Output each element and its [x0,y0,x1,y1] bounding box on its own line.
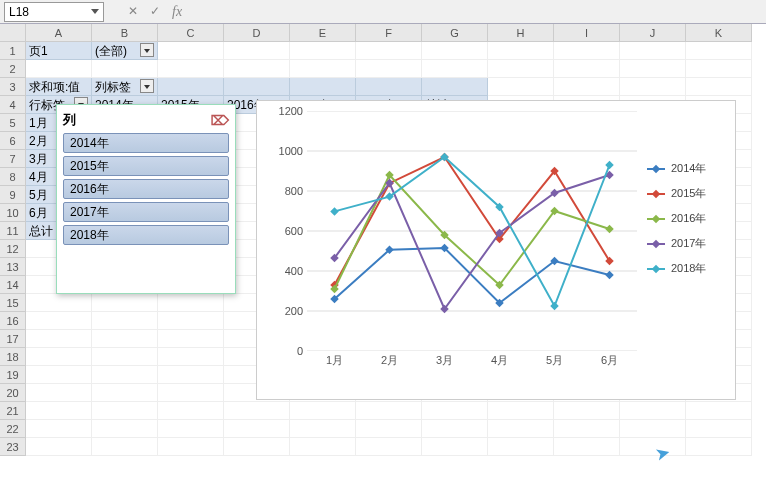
name-box[interactable]: L18 [4,2,104,22]
pivot-chart[interactable]: 020040060080010001200 1月2月3月4月5月6月 2014年… [256,100,736,400]
row-header[interactable]: 7 [0,150,26,168]
cell[interactable] [158,312,224,330]
cell[interactable] [158,348,224,366]
cell[interactable] [488,438,554,456]
cell[interactable] [92,438,158,456]
cell[interactable] [224,420,290,438]
cell[interactable] [686,42,752,60]
row-header[interactable]: 2 [0,60,26,78]
cell[interactable] [26,60,92,78]
row-header[interactable]: 21 [0,402,26,420]
cell[interactable]: (全部) [92,42,158,60]
clear-filter-icon[interactable]: ⌫ [211,113,229,128]
row-header[interactable]: 12 [0,240,26,258]
cell[interactable] [26,312,92,330]
cell[interactable] [554,60,620,78]
cell[interactable] [422,42,488,60]
row-header[interactable]: 5 [0,114,26,132]
cell[interactable] [356,420,422,438]
cell[interactable] [422,420,488,438]
cell[interactable] [356,42,422,60]
column-header[interactable]: D [224,24,290,42]
cell[interactable] [620,402,686,420]
cell[interactable] [224,402,290,420]
cell[interactable] [92,366,158,384]
cell[interactable] [290,402,356,420]
column-header[interactable]: G [422,24,488,42]
column-header[interactable]: J [620,24,686,42]
cell[interactable] [356,438,422,456]
row-header[interactable]: 3 [0,78,26,96]
row-header[interactable]: 10 [0,204,26,222]
cell[interactable] [686,420,752,438]
cell[interactable] [356,402,422,420]
cell[interactable] [158,438,224,456]
cell[interactable] [554,438,620,456]
row-header[interactable]: 17 [0,330,26,348]
cell[interactable] [554,78,620,96]
row-header[interactable]: 15 [0,294,26,312]
row-header[interactable]: 23 [0,438,26,456]
cell[interactable] [620,78,686,96]
row-header[interactable]: 20 [0,384,26,402]
cancel-icon[interactable]: ✕ [128,4,138,20]
row-header[interactable]: 22 [0,420,26,438]
cell[interactable] [92,294,158,312]
cell[interactable] [356,60,422,78]
column-header[interactable]: E [290,24,356,42]
row-header[interactable]: 11 [0,222,26,240]
cell[interactable] [92,312,158,330]
cell[interactable] [158,294,224,312]
slicer-item[interactable]: 2014年 [63,133,229,153]
cell[interactable] [158,78,224,96]
cell[interactable] [554,420,620,438]
select-all-corner[interactable] [0,24,26,42]
column-header[interactable]: H [488,24,554,42]
cell[interactable] [224,60,290,78]
cell[interactable] [422,438,488,456]
cell[interactable] [488,402,554,420]
row-header[interactable]: 13 [0,258,26,276]
column-header[interactable]: C [158,24,224,42]
cell[interactable] [686,438,752,456]
row-header[interactable]: 16 [0,312,26,330]
cell[interactable] [26,366,92,384]
cell[interactable] [158,330,224,348]
cell[interactable]: 求和项:值 [26,78,92,96]
row-header[interactable]: 18 [0,348,26,366]
cell[interactable] [554,402,620,420]
cell[interactable] [488,78,554,96]
row-header[interactable]: 4 [0,96,26,114]
cell[interactable] [488,42,554,60]
slicer-item[interactable]: 2016年 [63,179,229,199]
cell[interactable] [290,42,356,60]
cell[interactable] [224,42,290,60]
cell[interactable]: 列标签 [92,78,158,96]
row-header[interactable]: 14 [0,276,26,294]
cell[interactable] [488,60,554,78]
cell[interactable] [92,420,158,438]
cell[interactable] [686,60,752,78]
cell[interactable] [92,402,158,420]
cell[interactable] [158,384,224,402]
cell[interactable] [620,42,686,60]
cell[interactable] [290,420,356,438]
cell[interactable] [224,78,290,96]
cell[interactable] [26,294,92,312]
cell[interactable] [26,438,92,456]
column-header[interactable]: K [686,24,752,42]
row-header[interactable]: 19 [0,366,26,384]
cell[interactable] [488,420,554,438]
cell[interactable] [290,438,356,456]
cell[interactable] [92,330,158,348]
column-header[interactable]: B [92,24,158,42]
slicer-panel[interactable]: 列 ⌫ 2014年2015年2016年2017年2018年 [56,104,236,294]
cell[interactable] [26,420,92,438]
cell[interactable] [92,348,158,366]
column-header[interactable]: I [554,24,620,42]
cell[interactable] [422,78,488,96]
slicer-item[interactable]: 2018年 [63,225,229,245]
cell[interactable] [356,78,422,96]
cell[interactable] [26,348,92,366]
row-header[interactable]: 8 [0,168,26,186]
